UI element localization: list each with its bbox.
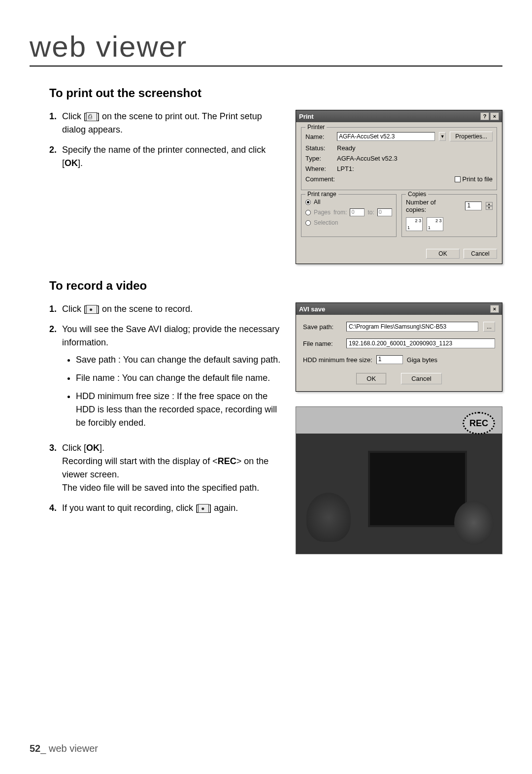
- printer-legend: Printer: [305, 124, 327, 131]
- browse-button[interactable]: ...: [483, 322, 495, 332]
- cancel-button[interactable]: Cancel: [464, 249, 497, 259]
- file-name-input[interactable]: 192.168.0.200_60001_20090903_1123: [346, 338, 495, 348]
- where-value: LPT1:: [337, 165, 354, 172]
- file-name-label: File name:: [303, 340, 341, 347]
- status-value: Ready: [337, 144, 356, 152]
- collate-icon: [406, 217, 423, 231]
- printer-name-combo[interactable]: AGFA-AccuSet v52.3: [337, 132, 435, 141]
- dialog-title: AVI save: [299, 305, 325, 313]
- printer-icon: [86, 112, 97, 121]
- radio-icon[interactable]: [305, 200, 311, 205]
- radio-icon[interactable]: [305, 220, 311, 226]
- collate-icon: [427, 217, 443, 231]
- help-icon[interactable]: ?: [480, 112, 489, 120]
- print-to-file-checkbox[interactable]: Print to file: [455, 175, 493, 183]
- close-icon[interactable]: ×: [490, 305, 499, 313]
- bullet-item: HDD minimum free size : If the free spac…: [76, 390, 281, 430]
- step-number: 4.: [49, 502, 62, 515]
- num-copies-label: Number of copies:: [406, 199, 457, 213]
- step-text: Click [] on the scene to print out. The …: [62, 110, 281, 136]
- step-number: 1.: [49, 110, 62, 136]
- range-all-radio[interactable]: All: [305, 199, 392, 205]
- to-input[interactable]: 0: [377, 208, 392, 216]
- checkbox-icon[interactable]: [455, 176, 461, 182]
- hdd-label: HDD minimum free size:: [303, 356, 372, 364]
- save-path-input[interactable]: C:\Program Files\Samsung\SNC-B53: [346, 322, 478, 332]
- dialog-title: Print: [299, 113, 314, 120]
- step-text: Click [OK]. Recording will start with th…: [62, 441, 281, 495]
- avi-save-dialog: AVI save × Save path: C:\Program Files\S…: [296, 303, 502, 392]
- viewer-screenshot: REC: [296, 406, 502, 554]
- status-label: Status:: [305, 144, 333, 152]
- step-text: Specify the name of the printer connecte…: [62, 143, 281, 170]
- rec-badge: REC: [463, 412, 495, 435]
- range-legend: Print range: [305, 191, 338, 198]
- hdd-unit: Giga bytes: [407, 356, 437, 364]
- properties-button[interactable]: Properties...: [450, 132, 493, 141]
- step-text: Click [] on the scene to record.: [62, 303, 281, 316]
- page-footer: 52_ web viewer: [30, 743, 98, 754]
- step-number: 2.: [49, 143, 62, 170]
- footer-label: web viewer: [46, 743, 98, 754]
- step-number: 1.: [49, 303, 62, 316]
- num-copies-input[interactable]: 1: [465, 202, 482, 210]
- hdd-size-input[interactable]: 1: [376, 355, 403, 364]
- dialog-titlebar: Print ? ×: [296, 110, 502, 122]
- step-number: 3.: [49, 441, 62, 495]
- comment-label: Comment:: [305, 175, 333, 183]
- ok-button[interactable]: OK: [426, 249, 460, 259]
- from-input[interactable]: 0: [350, 208, 365, 216]
- section-heading-record: To record a video: [49, 279, 502, 293]
- copies-legend: Copies: [406, 191, 428, 198]
- cancel-button[interactable]: Cancel: [401, 373, 441, 384]
- print-dialog: Print ? × Printer Name: AGFA-AccuSet v52…: [296, 110, 502, 264]
- dialog-titlebar: AVI save ×: [296, 303, 502, 315]
- save-path-label: Save path:: [303, 323, 341, 331]
- radio-icon[interactable]: [305, 210, 311, 215]
- type-label: Type:: [305, 155, 333, 162]
- range-pages-radio[interactable]: Pages from: 0 to: 0: [305, 208, 392, 216]
- page-title: web viewer: [30, 30, 502, 67]
- name-label: Name:: [305, 133, 333, 140]
- ok-button[interactable]: OK: [356, 373, 386, 384]
- record-icon: [86, 305, 97, 314]
- bullet-item: File name : You can change the default f…: [76, 371, 281, 385]
- copies-spinner[interactable]: ▴▾: [486, 202, 493, 210]
- page-number: 52: [30, 743, 40, 754]
- close-icon[interactable]: ×: [490, 112, 499, 120]
- range-selection-radio[interactable]: Selection: [305, 219, 392, 226]
- type-value: AGFA-AccuSet v52.3: [337, 155, 398, 162]
- record-icon: [198, 504, 209, 513]
- chevron-down-icon[interactable]: ▼: [439, 132, 446, 141]
- step-number: 2.: [49, 323, 62, 435]
- step-text: You will see the Save AVI dialog; provid…: [62, 323, 281, 435]
- section-heading-print: To print out the screenshot: [49, 86, 502, 100]
- bullet-item: Save path : You can change the default s…: [76, 353, 281, 367]
- where-label: Where:: [305, 165, 333, 172]
- step-text: If you want to quit recording, click [] …: [62, 502, 281, 515]
